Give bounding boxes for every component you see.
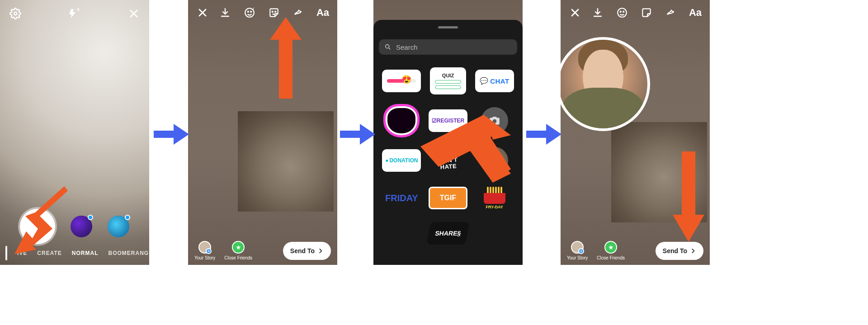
- svg-point-10: [620, 11, 621, 12]
- sticker-register[interactable]: ☑REGISTER: [429, 109, 467, 132]
- sticker-grid: 😍 QUIZ 💬CHAT ☑REGISTER ●DONATION: [379, 63, 517, 245]
- sticker-emoji-slider[interactable]: 😍: [382, 70, 421, 92]
- star-icon: ★: [604, 241, 617, 254]
- text-tool-icon[interactable]: Aa: [688, 5, 703, 20]
- avatar-icon: +: [571, 241, 584, 254]
- annotation-arrow-step2: [340, 123, 375, 146]
- svg-point-9: [618, 8, 627, 17]
- close-icon[interactable]: [127, 6, 141, 21]
- sticker-fryday[interactable]: FRY-DAY: [475, 187, 514, 209]
- sticker-icon[interactable]: [267, 5, 281, 20]
- close-icon[interactable]: [195, 5, 210, 20]
- editor-bottombar: + Your Story ★ Close Friends Send To: [561, 241, 710, 260]
- drag-handle[interactable]: [438, 26, 458, 28]
- screen-camera: x IVE CREATE NORMAL BOOMERANG: [0, 0, 149, 265]
- camera-topbar: x: [0, 6, 149, 21]
- shutter-button[interactable]: [20, 209, 55, 244]
- send-to-button[interactable]: Send To: [283, 242, 331, 260]
- svg-point-1: [245, 8, 254, 17]
- avatar-icon: +: [198, 241, 211, 254]
- tutorial-canvas: x IVE CREATE NORMAL BOOMERANG: [0, 0, 868, 325]
- editor-topbar: Aa: [188, 5, 337, 20]
- your-story-button[interactable]: + Your Story: [567, 241, 588, 260]
- camera-icon: [489, 115, 500, 127]
- search-icon: [384, 43, 392, 51]
- image-icon: [490, 155, 500, 165]
- your-story-label: Your Story: [567, 255, 588, 260]
- mode-boomerang[interactable]: BOOMERANG: [108, 250, 149, 256]
- screen-sticker-picker: Search 😍 QUIZ 💬CHAT ☑REGISTER: [373, 0, 523, 265]
- chat-label: CHAT: [490, 77, 509, 85]
- fryday-label: FRY-DAY: [486, 205, 503, 209]
- search-placeholder: Search: [396, 43, 418, 51]
- editor-topbar: Aa: [561, 5, 710, 20]
- face-filter-icon[interactable]: [615, 5, 629, 20]
- text-tool-icon[interactable]: Aa: [316, 5, 330, 20]
- svg-point-11: [623, 11, 624, 12]
- close-friends-label: Close Friends: [597, 255, 625, 260]
- download-icon[interactable]: [590, 5, 605, 20]
- sticker-mouth-gif[interactable]: [382, 109, 421, 132]
- send-to-button[interactable]: Send To: [656, 242, 703, 260]
- sticker-quiz[interactable]: QUIZ: [430, 67, 466, 94]
- sticker-tgif[interactable]: TGIF: [429, 187, 467, 209]
- filter-row: [0, 209, 149, 244]
- draw-icon[interactable]: [291, 5, 306, 20]
- star-icon: ★: [232, 241, 245, 254]
- sticker-camera-selfie[interactable]: [481, 107, 508, 134]
- sticker-friday[interactable]: FRIDAY: [382, 187, 421, 209]
- sticker-create-dont-hate[interactable]: CREATE DON'T HATE: [428, 148, 468, 173]
- donation-label: DONATION: [389, 157, 418, 164]
- your-story-label: Your Story: [194, 255, 215, 260]
- svg-point-3: [250, 11, 251, 12]
- screen-editor-2: Aa + Your Story ★ Close Friends Send To: [561, 0, 710, 265]
- send-to-label: Send To: [290, 247, 315, 254]
- mode-create[interactable]: CREATE: [37, 250, 61, 256]
- sticker-drawer[interactable]: Search 😍 QUIZ 💬CHAT ☑REGISTER: [373, 20, 523, 265]
- svg-point-5: [275, 11, 276, 12]
- svg-rect-7: [491, 158, 498, 164]
- download-icon[interactable]: [218, 5, 232, 20]
- close-friends-label: Close Friends: [224, 255, 252, 260]
- send-to-label: Send To: [663, 247, 687, 254]
- gallery-thumb[interactable]: [5, 246, 7, 260]
- sticker-photo-from-gallery[interactable]: [481, 147, 508, 174]
- editor-bottombar: + Your Story ★ Close Friends Send To: [188, 241, 337, 260]
- settings-icon[interactable]: [8, 6, 23, 21]
- filter-effect-2[interactable]: [108, 216, 129, 237]
- filter-effect-1[interactable]: [71, 216, 92, 237]
- face-filter-icon[interactable]: [242, 5, 257, 20]
- draw-icon[interactable]: [664, 5, 678, 20]
- annotation-arrow-step3: [526, 123, 561, 146]
- svg-point-2: [248, 11, 249, 12]
- mode-normal[interactable]: NORMAL: [72, 250, 99, 256]
- svg-point-4: [272, 11, 273, 12]
- mode-live[interactable]: IVE: [17, 250, 27, 256]
- close-friends-button[interactable]: ★ Close Friends: [597, 241, 625, 260]
- close-icon[interactable]: [568, 5, 582, 20]
- flash-icon[interactable]: x: [67, 6, 82, 21]
- chevron-right-icon: [690, 248, 696, 254]
- quiz-label: QUIZ: [442, 73, 454, 78]
- chevron-right-icon: [317, 248, 324, 254]
- editor-tools: Aa: [218, 5, 330, 20]
- camera-bottombar: IVE CREATE NORMAL BOOMERANG: [0, 211, 149, 265]
- svg-point-8: [492, 159, 494, 160]
- sticker-shares[interactable]: SHARE§: [427, 222, 470, 245]
- svg-point-0: [14, 12, 17, 15]
- sticker-donation[interactable]: ●DONATION: [382, 149, 421, 172]
- sticker-search[interactable]: Search: [379, 39, 517, 55]
- sticker-icon[interactable]: [639, 5, 654, 20]
- sticker-chat[interactable]: 💬CHAT: [475, 70, 514, 92]
- story-photo-cat[interactable]: [238, 111, 334, 212]
- svg-point-6: [386, 45, 389, 48]
- editor-tools: Aa: [590, 5, 703, 20]
- your-story-button[interactable]: + Your Story: [194, 241, 215, 260]
- camera-modes[interactable]: IVE CREATE NORMAL BOOMERANG: [0, 245, 149, 261]
- close-friends-button[interactable]: ★ Close Friends: [224, 241, 252, 260]
- annotation-arrow-step1: [154, 123, 189, 146]
- story-photo-cat[interactable]: [611, 122, 707, 222]
- screen-editor-1: Aa + Your Story ★ Close Friends Send To: [188, 0, 337, 265]
